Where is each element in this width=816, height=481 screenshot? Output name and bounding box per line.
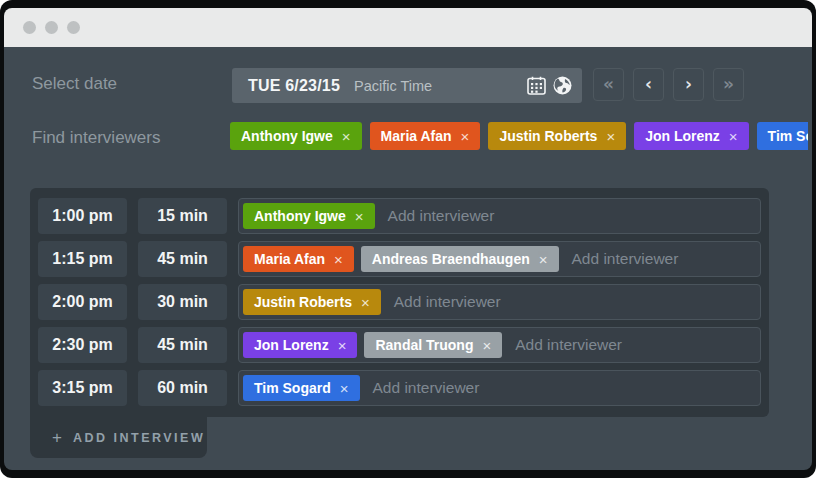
scheduler-body: Select date TUE 6/23/15 Pacific Time <box>4 47 812 470</box>
add-interviewer-placeholder: Add interviewer <box>388 207 495 225</box>
duration-box[interactable]: 30 min <box>138 284 227 320</box>
interview-row: 3:15 pm60 minTim Sogard×Add interviewer <box>38 370 761 406</box>
interviewer-tag-anthony-igwe[interactable]: Anthony Igwe× <box>230 122 362 150</box>
tag-label: Jon Lorenz <box>254 337 329 353</box>
tag-label: Justin Roberts <box>254 294 352 310</box>
remove-tag-icon[interactable]: × <box>461 128 470 145</box>
interviewer-field[interactable]: Jon Lorenz×Randal Truong×Add interviewer <box>238 327 761 363</box>
tag-label: Randal Truong <box>375 337 473 353</box>
date-nav-group: «‹›» <box>593 68 744 101</box>
add-interviewer-placeholder: Add interviewer <box>572 250 679 268</box>
schedule-panel: 1:00 pm15 minAnthony Igwe×Add interviewe… <box>30 188 769 417</box>
remove-tag-icon[interactable]: × <box>729 128 738 145</box>
remove-tag-icon[interactable]: × <box>606 128 615 145</box>
tag-label: Andreas Braendhaugen <box>372 251 530 267</box>
interviewer-tag-maria-afan[interactable]: Maria Afan× <box>370 122 481 150</box>
nav-prev-button[interactable]: ‹ <box>633 68 664 101</box>
remove-tag-icon[interactable]: × <box>338 337 347 354</box>
tag-label: Jon Lorenz <box>645 128 720 144</box>
interviewer-tag-tim-sogard[interactable]: Tim Sogard× <box>757 122 808 150</box>
interview-row: 1:15 pm45 minMaria Afan×Andreas Braendha… <box>38 241 761 277</box>
calendar-icon[interactable] <box>527 76 546 95</box>
add-interviewer-placeholder: Add interviewer <box>373 379 480 397</box>
tag-label: Tim Sogard <box>768 128 808 144</box>
duration-box[interactable]: 60 min <box>138 370 227 406</box>
add-interviewer-placeholder: Add interviewer <box>394 293 501 311</box>
time-box[interactable]: 1:00 pm <box>38 198 127 234</box>
remove-tag-icon[interactable]: × <box>539 251 548 268</box>
interviewer-field[interactable]: Anthony Igwe×Add interviewer <box>238 198 761 234</box>
interviewer-tag-justin-roberts[interactable]: Justin Roberts× <box>243 289 381 315</box>
interview-row: 2:30 pm45 minJon Lorenz×Randal Truong×Ad… <box>38 327 761 363</box>
plus-icon: + <box>52 428 62 448</box>
window-control-dot[interactable] <box>67 21 80 34</box>
time-box[interactable]: 1:15 pm <box>38 241 127 277</box>
timezone-label: Pacific Time <box>354 78 432 94</box>
tag-label: Anthony Igwe <box>241 128 333 144</box>
nav-next-button[interactable]: › <box>673 68 704 101</box>
select-date-label: Select date <box>32 74 117 94</box>
globe-icon[interactable] <box>553 76 572 95</box>
duration-box[interactable]: 45 min <box>138 327 227 363</box>
date-field[interactable]: TUE 6/23/15 Pacific Time <box>232 68 582 103</box>
add-interviewer-placeholder: Add interviewer <box>515 336 622 354</box>
interviewer-tag-anthony-igwe[interactable]: Anthony Igwe× <box>243 203 375 229</box>
duration-box[interactable]: 15 min <box>138 198 227 234</box>
time-box[interactable]: 2:30 pm <box>38 327 127 363</box>
interviewer-search-field[interactable]: Anthony Igwe×Maria Afan×Justin Roberts×J… <box>230 122 808 150</box>
interviewer-tag-jon-lorenz[interactable]: Jon Lorenz× <box>243 332 357 358</box>
find-interviewers-label: Find interviewers <box>32 128 161 148</box>
tag-label: Maria Afan <box>254 251 325 267</box>
remove-tag-icon[interactable]: × <box>340 380 349 397</box>
app-window: Select date TUE 6/23/15 Pacific Time <box>0 0 816 478</box>
window-titlebar <box>4 8 812 47</box>
time-box[interactable]: 3:15 pm <box>38 370 127 406</box>
tag-label: Maria Afan <box>381 128 452 144</box>
remove-tag-icon[interactable]: × <box>361 294 370 311</box>
tag-label: Tim Sogard <box>254 380 331 396</box>
add-interview-label: ADD INTERVIEW <box>73 431 205 445</box>
selected-date: TUE 6/23/15 <box>248 77 340 95</box>
interviewer-field[interactable]: Justin Roberts×Add interviewer <box>238 284 761 320</box>
interviewer-tag-andreas-braendhaugen[interactable]: Andreas Braendhaugen× <box>361 246 559 272</box>
tag-label: Justin Roberts <box>499 128 597 144</box>
tag-label: Anthony Igwe <box>254 208 346 224</box>
time-box[interactable]: 2:00 pm <box>38 284 127 320</box>
page: Select date TUE 6/23/15 Pacific Time <box>0 0 816 481</box>
window-control-dot[interactable] <box>45 21 58 34</box>
interviewer-tag-justin-roberts[interactable]: Justin Roberts× <box>488 122 626 150</box>
interviewer-tag-randal-truong[interactable]: Randal Truong× <box>364 332 502 358</box>
window-control-dot[interactable] <box>23 21 36 34</box>
duration-box[interactable]: 45 min <box>138 241 227 277</box>
interviewer-field[interactable]: Tim Sogard×Add interviewer <box>238 370 761 406</box>
remove-tag-icon[interactable]: × <box>342 128 351 145</box>
nav-first-button[interactable]: « <box>593 68 624 101</box>
remove-tag-icon[interactable]: × <box>355 208 364 225</box>
interview-row: 2:00 pm30 minJustin Roberts×Add intervie… <box>38 284 761 320</box>
interviewer-tag-maria-afan[interactable]: Maria Afan× <box>243 246 354 272</box>
interviewer-tag-tim-sogard[interactable]: Tim Sogard× <box>243 375 360 401</box>
interview-row: 1:00 pm15 minAnthony Igwe×Add interviewe… <box>38 198 761 234</box>
add-interview-button[interactable]: + ADD INTERVIEW <box>30 417 207 458</box>
interviewer-tag-jon-lorenz[interactable]: Jon Lorenz× <box>634 122 748 150</box>
interviewer-field[interactable]: Maria Afan×Andreas Braendhaugen×Add inte… <box>238 241 761 277</box>
remove-tag-icon[interactable]: × <box>482 337 491 354</box>
nav-last-button[interactable]: » <box>713 68 744 101</box>
remove-tag-icon[interactable]: × <box>334 251 343 268</box>
